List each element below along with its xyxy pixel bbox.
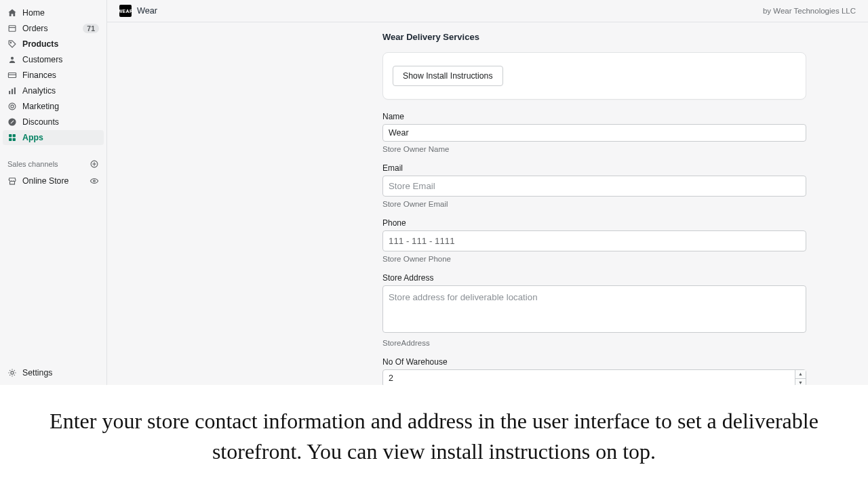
install-card: Show Install Instructions [382,52,806,100]
warehouse-input[interactable] [382,369,806,385]
warehouse-spinner: ▲ ▼ [795,370,806,385]
app-shell: Home Orders 71 Products Customers [0,0,868,385]
svg-point-8 [11,105,14,108]
analytics-icon [7,86,17,96]
section-label-text: Sales channels [7,160,58,168]
sidebar-item-label: Home [22,8,45,18]
main-wrap: WEAR Wear by Wear Technologies LLC Wear … [107,0,868,385]
sidebar-item-label: Orders [22,24,48,33]
app-title: Wear [137,6,157,16]
home-icon [7,8,17,18]
svg-rect-12 [9,138,12,141]
phone-input[interactable] [382,230,806,251]
finances-icon [7,70,17,80]
show-install-instructions-button[interactable]: Show Install Instructions [393,66,503,86]
sidebar-item-label: Finances [22,70,56,80]
discounts-icon [7,117,17,127]
sidebar-item-orders[interactable]: Orders 71 [3,21,104,36]
customers-icon [7,55,17,64]
svg-point-16 [11,371,14,374]
svg-point-1 [10,42,11,43]
field-name: Name Store Owner Name [382,112,806,153]
nav-list: Home Orders 71 Products Customers [3,5,104,146]
caption-text: Enter your store contact information and… [0,385,868,488]
email-input[interactable] [382,176,806,197]
sidebar-item-label: Apps [22,133,43,142]
app-byline: by Wear Technologies LLC [763,7,856,15]
orders-badge: 71 [83,24,99,33]
email-label: Email [382,163,806,173]
main-content: Wear Delivery Services Show Install Inst… [107,22,868,385]
marketing-icon [7,102,17,111]
sidebar-item-analytics[interactable]: Analytics [3,83,104,98]
apps-icon [7,133,17,142]
app-header: WEAR Wear by Wear Technologies LLC [107,0,868,22]
name-help: Store Owner Name [382,145,806,153]
sidebar-item-label: Customers [22,55,62,64]
sidebar-item-discounts[interactable]: Discounts [3,115,104,129]
orders-icon [7,24,17,33]
email-help: Store Owner Email [382,200,806,208]
warehouse-step-down[interactable]: ▼ [795,379,806,386]
svg-point-7 [9,103,16,110]
sidebar-item-apps[interactable]: Apps [3,130,104,145]
sales-channels-label: Sales channels [3,146,104,173]
add-channel-icon[interactable] [90,159,99,169]
address-help: StoreAddress [382,339,806,347]
name-input[interactable] [382,124,806,142]
sidebar-item-settings[interactable]: Settings [3,365,104,380]
store-icon [7,176,17,186]
warehouse-step-up[interactable]: ▲ [795,370,806,379]
sidebar-item-products[interactable]: Products [3,37,104,52]
svg-rect-4 [9,91,10,94]
svg-rect-13 [13,138,16,141]
svg-rect-3 [8,73,16,78]
view-store-icon[interactable] [90,176,99,186]
sidebar-item-label: Settings [22,368,52,378]
svg-point-15 [94,180,96,182]
app-logo: WEAR [119,5,132,17]
field-email: Email Store Owner Email [382,163,806,208]
channel-list: Online Store [3,173,104,189]
sidebar: Home Orders 71 Products Customers [0,0,107,385]
svg-rect-6 [14,87,16,94]
svg-rect-0 [9,26,16,31]
svg-rect-11 [13,134,16,137]
name-label: Name [382,112,806,121]
phone-label: Phone [382,218,806,228]
sidebar-item-label: Marketing [22,102,59,111]
gear-icon [7,368,17,378]
phone-help: Store Owner Phone [382,255,806,263]
field-warehouse: No Of Warehouse ▲ ▼ No Of Warehouses [382,357,806,385]
svg-rect-5 [12,89,13,94]
sidebar-item-finances[interactable]: Finances [3,68,104,83]
sidebar-item-online-store[interactable]: Online Store [3,174,104,188]
field-address: Store Address StoreAddress [382,273,806,347]
products-icon [7,39,17,49]
sidebar-item-label: Online Store [22,176,68,186]
svg-rect-10 [9,134,12,137]
sidebar-item-marketing[interactable]: Marketing [3,99,104,114]
sidebar-item-label: Products [22,39,58,49]
warehouse-label: No Of Warehouse [382,357,806,367]
sidebar-item-label: Discounts [22,117,59,127]
sidebar-item-label: Analytics [22,86,56,96]
sidebar-item-customers[interactable]: Customers [3,52,104,67]
field-phone: Phone Store Owner Phone [382,218,806,263]
page-title: Wear Delivery Services [382,32,806,42]
sidebar-item-home[interactable]: Home [3,5,104,20]
svg-point-2 [11,57,14,60]
address-input[interactable] [382,285,806,333]
address-label: Store Address [382,273,806,283]
